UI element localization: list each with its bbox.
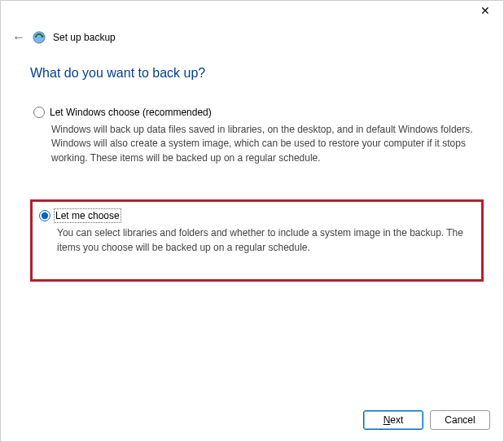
option-recommended-label: Let Windows choose (recommended) (50, 107, 212, 118)
option-custom-description: You can select libraries and folders and… (57, 226, 475, 255)
window-title: Set up backup (53, 32, 116, 43)
page-heading: What do you want to back up? (30, 66, 484, 81)
cancel-button[interactable]: Cancel (430, 410, 490, 430)
radio-custom[interactable] (39, 210, 50, 221)
close-icon[interactable]: ✕ (477, 4, 493, 17)
back-arrow-icon[interactable]: ← (12, 30, 25, 45)
option-recommended[interactable]: Let Windows choose (recommended) Windows… (30, 102, 484, 173)
option-custom-label: Let me choose (55, 210, 120, 221)
next-button[interactable]: Next (363, 410, 423, 430)
option-recommended-description: Windows will back up data files saved in… (51, 123, 480, 165)
backup-icon (32, 30, 46, 45)
option-custom[interactable]: Let me choose You can select libraries a… (30, 199, 484, 282)
radio-recommended[interactable] (33, 107, 45, 118)
